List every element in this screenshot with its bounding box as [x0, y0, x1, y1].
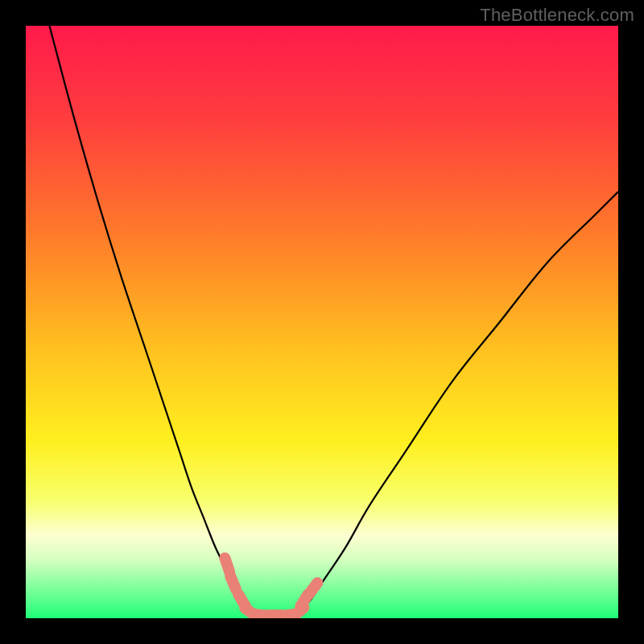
marker-capsule	[230, 576, 236, 590]
chart-frame: TheBottleneck.com	[0, 0, 644, 644]
plot-area	[26, 26, 618, 618]
bottleneck-curve	[49, 26, 618, 616]
highlighted-markers	[225, 558, 317, 617]
marker-capsule	[309, 583, 318, 594]
marker-capsule	[225, 558, 229, 572]
chart-svg	[26, 26, 618, 618]
watermark-text: TheBottleneck.com	[480, 5, 634, 26]
